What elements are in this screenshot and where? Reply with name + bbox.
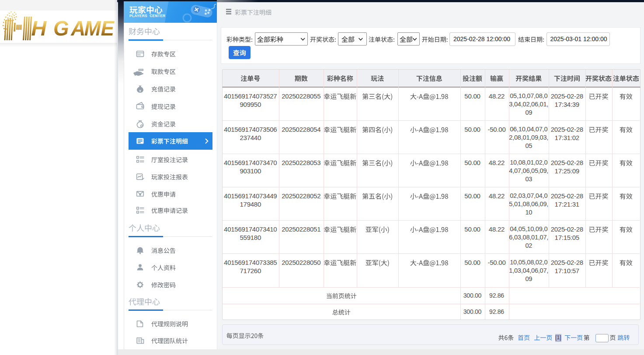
svg-text:¥: ¥ [139,89,141,93]
